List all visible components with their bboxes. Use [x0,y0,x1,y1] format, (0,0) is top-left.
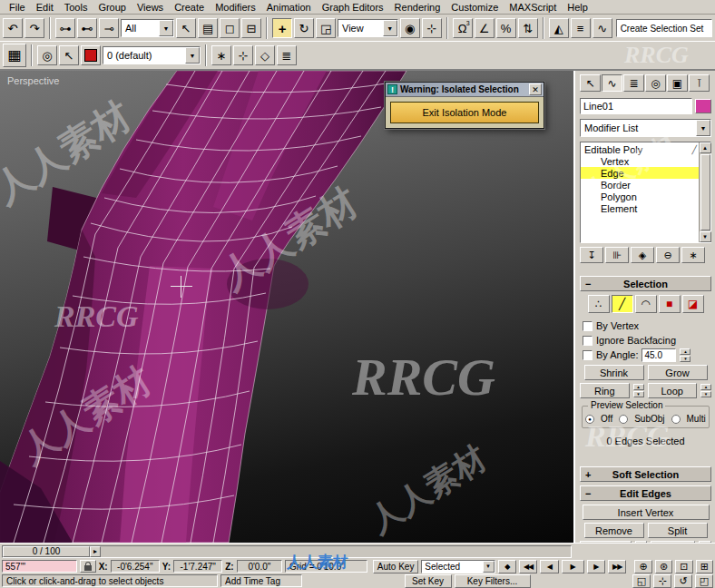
align-tool-icon[interactable]: ⊹ [233,45,253,65]
named-selection-set-combo[interactable]: Create Selection Set [616,19,712,37]
spin-down-icon[interactable]: ▾ [700,391,711,397]
stack-item-edge[interactable]: Edge [581,167,699,179]
selection-filter-dropdown[interactable]: All ▼ [121,19,174,37]
dialog-titlebar[interactable]: ! Warning: Isolated Selection ✕ [386,83,544,97]
scroll-thumb[interactable] [700,154,710,230]
key-mode-dropdown[interactable]: Selected ▼ [421,560,495,573]
loop-button[interactable]: Loop [648,383,698,398]
rollout-selection[interactable]: − Selection [580,276,711,291]
select-and-rotate-icon[interactable]: ↻ [294,18,314,38]
zoom-icon[interactable]: ⊕ [634,560,651,573]
select-and-move-icon[interactable]: + [272,18,292,38]
next-frame-icon[interactable]: ▶ [587,560,605,573]
arc-rotate-icon[interactable]: ↺ [674,574,692,588]
select-object-icon[interactable]: ↖ [176,18,196,38]
ring-button[interactable]: Ring [580,383,630,398]
radio-subobj[interactable] [619,415,628,424]
spin-down-icon[interactable]: ▾ [633,391,644,397]
border-mode-icon[interactable]: ◠ [635,295,657,313]
window-crossing-icon[interactable]: ⊟ [241,18,261,38]
rollout-soft-selection[interactable]: + Soft Selection [580,466,711,482]
set-key-button[interactable]: Set Key [405,574,452,588]
remove-modifier-icon[interactable]: ⊖ [656,247,680,263]
menu-file[interactable]: File [4,1,31,14]
select-by-name-icon[interactable]: ▤ [198,18,218,38]
modifier-list-dropdown[interactable]: Modifier List ▼ [580,119,711,137]
undo-icon[interactable]: ↶ [3,18,23,38]
percent-snap-icon[interactable]: % [496,18,516,38]
polygon-mode-icon[interactable]: ■ [659,295,681,313]
next-frame-arrow-icon[interactable]: ▸ [90,546,101,557]
radio-off[interactable]: ● [585,415,594,424]
select-objects-in-layer-icon[interactable]: ↖ [59,45,79,65]
menu-customize[interactable]: Customize [446,1,504,14]
layer-manager-icon[interactable]: ▦ [3,44,26,67]
spin-up-icon[interactable]: ▴ [680,348,691,355]
key-filters-button[interactable]: Key Filters... [455,574,531,588]
grow-button[interactable]: Grow [648,365,708,380]
maxscript-mini-listener[interactable]: 557'" [2,560,77,573]
unlink-selection-icon[interactable]: ⊷ [77,18,97,38]
show-end-result-icon[interactable]: ⊪ [605,247,629,263]
stack-item-polygon[interactable]: Polygon [581,191,699,202]
perspective-viewport[interactable]: Perspective [0,71,573,543]
radio-multi[interactable] [671,415,681,424]
menu-edit[interactable]: Edit [31,1,59,14]
zoom-extents-icon[interactable]: ⊡ [675,560,692,573]
auto-key-button[interactable]: Auto Key [373,560,418,573]
spinner-snap-icon[interactable]: ⇅ [518,18,538,38]
shrink-button[interactable]: Shrink [584,365,644,380]
selection-lock-icon[interactable] [80,560,95,573]
stack-item-element[interactable]: Element [581,202,699,214]
ring-spinner[interactable]: ▴ ▾ [633,384,644,397]
z-coordinate-field[interactable]: 0'0.0" [237,560,282,573]
editable-poly-mesh[interactable] [0,71,573,543]
close-icon[interactable]: ✕ [529,83,542,95]
current-layer-dropdown[interactable]: 0 (default) ▼ [103,46,201,64]
menu-create[interactable]: Create [169,1,210,14]
make-unique-icon[interactable]: ◈ [631,247,654,263]
edge-mode-icon[interactable]: ╱ [612,295,633,313]
menu-tools[interactable]: Tools [59,1,93,14]
by-vertex-checkbox[interactable] [583,321,593,331]
split-button[interactable]: Split [648,523,708,538]
stack-item-vertex[interactable]: Vertex [581,155,699,167]
tab-modify-icon[interactable]: ∿ [602,74,622,92]
menu-views[interactable]: Views [132,1,169,14]
insert-vertex-button[interactable]: Insert Vertex [583,505,710,520]
stack-item-border[interactable]: Border [581,179,699,191]
viewport-label[interactable]: Perspective [7,75,59,86]
by-angle-checkbox[interactable] [583,350,593,360]
loop-spinner[interactable]: ▴ ▾ [700,384,711,397]
scroll-up-icon[interactable]: ▴ [700,142,711,153]
configure-modifier-sets-icon[interactable]: ∗ [681,247,705,263]
layer-visibility-eye-icon[interactable]: ◎ [37,45,57,65]
redo-icon[interactable]: ↷ [24,18,44,38]
previous-frame-icon[interactable]: ◀ [540,560,558,573]
rectangular-selection-region-icon[interactable]: ◻ [220,18,240,38]
select-and-manipulate-icon[interactable]: ⊹ [422,18,442,38]
layer-color-swatch[interactable] [81,45,101,65]
angle-value-field[interactable]: 45.0 [642,348,676,362]
zoom-extents-all-icon[interactable]: ⊞ [696,560,713,573]
pan-view-icon[interactable]: ⊹ [653,574,671,588]
tab-motion-icon[interactable]: ◎ [645,74,666,92]
exit-isolation-mode-button[interactable]: Exit Isolation Mode [390,102,539,123]
spacing-tool-icon[interactable]: ◇ [255,45,275,65]
tab-create-icon[interactable]: ↖ [580,74,601,92]
menu-group[interactable]: Group [93,1,132,14]
snap-toggle-icon[interactable]: Ω3 [453,18,473,38]
reference-coordinate-dropdown[interactable]: View ▼ [338,19,398,37]
element-mode-icon[interactable]: ◪ [682,295,704,313]
menu-rendering[interactable]: Rendering [389,1,446,14]
zoom-region-icon[interactable]: ◱ [632,574,651,588]
key-mode-toggle-icon[interactable]: ◆ [498,560,516,573]
tab-display-icon[interactable]: ▣ [667,74,688,92]
normal-align-icon[interactable]: ≣ [277,45,297,65]
scroll-down-icon[interactable]: ▾ [700,231,711,242]
menu-animation[interactable]: Animation [261,1,317,14]
zoom-all-icon[interactable]: ⊛ [655,560,672,573]
y-coordinate-field[interactable]: -1'7.247" [173,560,222,573]
ignore-backfacing-checkbox[interactable] [583,336,593,346]
menu-help[interactable]: Help [562,1,593,14]
